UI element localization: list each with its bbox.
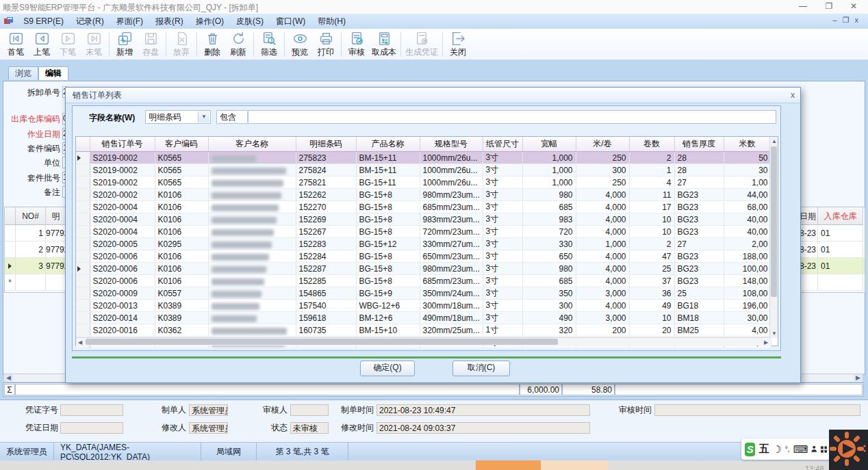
new-row[interactable]: * <box>5 274 68 291</box>
sales-order-grid[interactable]: 销售订单号客户编码客户名称明细条码产品名称规格型号纸管尺寸宽幅米/卷卷数销售厚度… <box>75 136 778 346</box>
grid-column-header[interactable]: 客户编码 <box>155 137 208 152</box>
input-method-bar[interactable]: S 五 ☽ °, ⌨ <box>741 439 830 460</box>
toolbar-button-打印[interactable]: 打印 <box>313 30 339 59</box>
grid-cell: 980mm/23um... <box>420 189 483 201</box>
keyboard-icon[interactable]: ⌨ <box>793 443 808 456</box>
sales-order-row[interactable]: S2020-0004K0106152267BG-15+8720mm/23um..… <box>76 226 771 238</box>
menu-item-0[interactable]: S9 ERP(E) <box>17 14 70 28</box>
grid-cell: 10 <box>629 226 674 238</box>
menu-item-6[interactable]: 窗口(W) <box>270 14 311 29</box>
table-row[interactable]: 297792 <box>5 241 68 258</box>
sales-order-row[interactable]: S2020-0009K0557154865BG-15+9350mm/24um..… <box>76 287 771 300</box>
sales-order-row[interactable]: S2020-0006K0106152287BG-15+8980mm/23um..… <box>76 263 771 275</box>
field-label-套件批号: 套件批号 <box>1 172 60 184</box>
toolbar-button-删除[interactable]: 删除 <box>199 30 225 59</box>
scroll-left-icon[interactable]: ◀ <box>4 374 13 382</box>
toolbar-button-首笔[interactable]: 首笔 <box>3 30 29 59</box>
toolbar-button-新增[interactable]: 新增 <box>112 30 138 59</box>
menu-bar: S9 ERP(E)记录(R)界面(F)报表(R)操作(O)皮肤(S)窗口(W)帮… <box>0 14 868 29</box>
filter-value-input[interactable] <box>248 110 776 124</box>
grid-cell <box>208 250 296 263</box>
statusbar-segment-1: YK_DATA(JAMES-PC\SQL2012:YK_DATA) <box>54 443 201 461</box>
maximize-icon[interactable]: ❐ <box>819 1 839 12</box>
sales-order-row[interactable]: S2019-0002K0565275823BM-15+111000mm/26u.… <box>76 152 771 164</box>
sales-order-row[interactable]: S2020-0006K0106152285BG-15+8685mm/23um..… <box>76 275 771 287</box>
toolbar-button-审核[interactable]: 审核 <box>344 30 370 59</box>
grid-cell: K0106 <box>155 263 208 275</box>
menu-item-3[interactable]: 报表(R) <box>149 14 190 29</box>
sales-order-row[interactable]: S2020-0006K0106152284BG-15+8650mm/23um..… <box>76 250 771 263</box>
scroll-up-icon[interactable]: ▲ <box>770 138 778 145</box>
sales-order-row[interactable]: S2020-0016K0362160735BM-15+10320mm/25um.… <box>76 324 771 337</box>
filter-field-select[interactable]: 明细条码 ▼ <box>145 110 211 124</box>
grid-cell: 685mm/23um... <box>420 201 483 213</box>
person-icon[interactable] <box>811 445 817 454</box>
scroll-right-icon[interactable]: ▶ <box>854 374 863 382</box>
grid-cell: 36 <box>629 287 674 300</box>
grid-cell: K0295 <box>155 238 208 250</box>
taskbar-item[interactable] <box>541 460 608 470</box>
sales-order-row[interactable]: S2020-0002K0106152262BG-15+8980mm/23um..… <box>76 189 771 201</box>
grid-column-header[interactable]: 米/卷 <box>576 137 629 152</box>
cost-icon <box>376 31 392 47</box>
menu-item-7[interactable]: 帮助(H) <box>311 14 352 29</box>
grid-column-header[interactable]: 卷数 <box>629 137 674 152</box>
scroll-down-icon[interactable]: ▼ <box>770 330 778 337</box>
grid-column-header[interactable]: 销售厚度 <box>674 137 724 152</box>
menu-item-1[interactable]: 记录(R) <box>70 14 110 29</box>
app-window: 顺景S9智能ERP管理平台 - 广东顺景软件科技有限公司_QJY - [拆卸单]… <box>0 0 868 470</box>
sales-order-row[interactable]: S2019-0002K0565275821BG-15+111000mm/26u.… <box>76 177 771 189</box>
grid-cell: 2,00 <box>724 238 771 250</box>
grid-column-header[interactable]: 宽幅 <box>522 137 576 152</box>
chevron-down-icon[interactable]: ▼ <box>198 112 209 122</box>
grid-column-header[interactable]: 明细条码 <box>296 137 356 152</box>
moon-icon[interactable]: ☽ <box>772 443 781 456</box>
grid-cell: 1,000 <box>576 238 629 250</box>
sogou-logo-icon[interactable]: S <box>745 443 755 456</box>
toolbox-icon[interactable] <box>821 445 827 454</box>
toolbar-button-刷新[interactable]: 刷新 <box>225 30 251 59</box>
minimize-icon[interactable]: — <box>793 1 813 12</box>
grid-column-header[interactable]: 米数 <box>724 137 771 152</box>
toolbar-button-取成本[interactable]: 取成本 <box>370 30 398 59</box>
sales-order-row[interactable]: S2019-0002K0565275824BM-15+111000mm/26u.… <box>76 164 771 177</box>
grid-cell: BM-15+11 <box>356 164 420 177</box>
toolbar-button-末笔: 末笔 <box>81 30 107 59</box>
grid-column-header[interactable]: 纸管尺寸 <box>483 137 522 152</box>
cancel-button[interactable]: 取消(C) <box>452 361 510 376</box>
sales-order-row[interactable]: S2020-0004K0106152270BG-15+8685mm/23um..… <box>76 201 771 213</box>
sales-order-row[interactable]: S2020-0004K0106152269BG-15+8983mm/23um..… <box>76 213 771 226</box>
toolbar-button-筛选[interactable]: 筛选 <box>256 30 282 59</box>
tab-edit[interactable]: 编辑 <box>38 66 68 80</box>
grid-cell: 37 <box>629 275 674 287</box>
menu-item-5[interactable]: 皮肤(S) <box>230 14 270 29</box>
scroll-right-icon[interactable]: ▶ <box>762 339 770 346</box>
punctuation-icon[interactable]: °, <box>785 445 790 453</box>
menu-item-2[interactable]: 界面(F) <box>110 14 149 29</box>
grid-hscrollbar[interactable]: ◀ ▶ <box>76 337 770 345</box>
ok-button[interactable]: 确定(Q) <box>360 361 415 376</box>
table-row[interactable]: 197792 <box>5 225 68 241</box>
mdi-window-controls[interactable]: –❐x <box>833 16 864 25</box>
sales-order-row[interactable]: S2020-0005K0295152283BG-15+12330mm/27um.… <box>76 238 771 250</box>
chinese-mode-icon[interactable]: 五 <box>758 443 769 456</box>
grid-column-header[interactable]: 客户名称 <box>208 137 296 152</box>
sales-order-row[interactable]: S2020-0014K0389159618BM-12+6490mm/18um..… <box>76 312 771 324</box>
grid-column-header[interactable]: 产品名称 <box>356 137 420 152</box>
sales-order-row[interactable]: S2020-0013K0389157540WBG-12+6300mm/18um.… <box>76 300 771 312</box>
grid-cell: 983 <box>522 213 576 226</box>
grid-vscrollbar[interactable]: ▲ ▼ <box>769 137 778 338</box>
scroll-left-icon[interactable]: ◀ <box>76 339 84 346</box>
grid-column-header[interactable]: 销售订单号 <box>90 137 155 152</box>
toolbar-button-关闭[interactable]: 关闭 <box>445 30 471 59</box>
table-row[interactable]: 397792 <box>5 258 68 274</box>
tray-app-icon[interactable] <box>829 430 868 470</box>
tab-browse[interactable]: 浏览 <box>8 66 38 80</box>
close-icon[interactable]: ✕ <box>843 1 864 12</box>
menu-item-4[interactable]: 操作(O) <box>190 14 230 29</box>
toolbar-button-上笔[interactable]: 上笔 <box>29 30 55 59</box>
taskbar-item[interactable] <box>476 460 541 470</box>
grid-column-header[interactable]: 规格型号 <box>420 137 483 152</box>
dialog-close-icon[interactable]: x <box>791 88 795 103</box>
toolbar-button-预览[interactable]: 预览 <box>287 30 313 59</box>
